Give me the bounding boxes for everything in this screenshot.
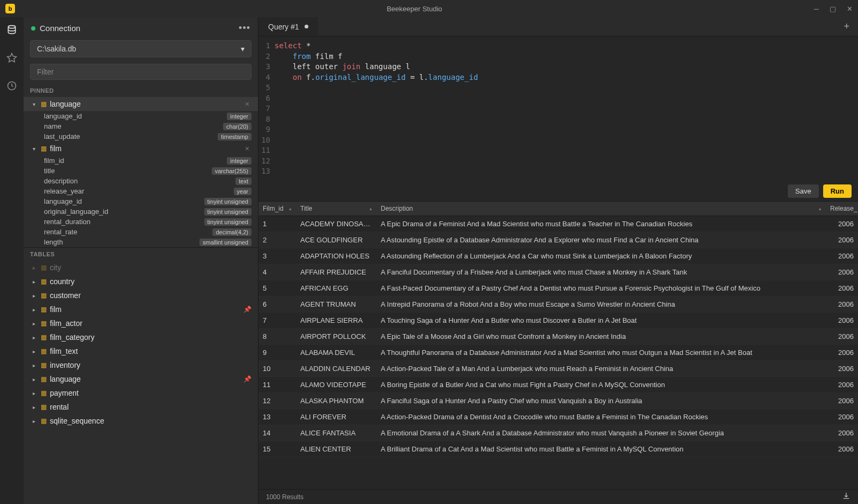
- chevron-right-icon: [30, 335, 38, 340]
- minimize-button[interactable]: ─: [814, 5, 819, 13]
- tables-list: ▦city▦country▦customer▦film📌▦film_actor▦…: [24, 261, 258, 504]
- column-row[interactable]: last_updatetimestamp: [24, 131, 258, 142]
- table-row[interactable]: 9ALABAMA DEVILA Thoughtful Panorama of a…: [258, 345, 858, 361]
- column-row[interactable]: titlevarchar(255): [24, 166, 258, 176]
- column-row[interactable]: descriptiontext: [24, 176, 258, 186]
- table-row[interactable]: 6AGENT TRUMANA Intrepid Panorama of a Ro…: [258, 297, 858, 313]
- save-button[interactable]: Save: [788, 184, 819, 198]
- table-row[interactable]: 10ALADDIN CALENDARA Action-Packed Tale o…: [258, 361, 858, 377]
- results-header: Film_id▴ Title▴ Description▴ Release_: [258, 201, 858, 216]
- star-icon[interactable]: [6, 53, 17, 65]
- column-row[interactable]: language_idtinyint unsigned: [24, 196, 258, 206]
- table-icon: ▦: [41, 306, 47, 313]
- tab-query-1[interactable]: Query #1: [258, 17, 318, 36]
- table-film_category[interactable]: ▦film_category: [24, 330, 258, 344]
- chevron-down-icon: [30, 101, 38, 107]
- column-row[interactable]: rental_ratedecimal(4,2): [24, 227, 258, 237]
- chevron-right-icon: [30, 376, 38, 382]
- code-content: select * from film f left outer join lan…: [275, 41, 858, 177]
- column-row[interactable]: rental_durationtinyint unsigned: [24, 217, 258, 227]
- new-tab-button[interactable]: +: [835, 21, 858, 32]
- column-row[interactable]: lengthsmallint unsigned: [24, 237, 258, 247]
- caret-down-icon: ▾: [241, 45, 245, 53]
- table-row[interactable]: 5AFRICAN EGGA Fast-Paced Documentary of …: [258, 280, 858, 297]
- table-icon: ▦: [41, 389, 47, 397]
- pin-icon[interactable]: 📌: [243, 375, 252, 383]
- table-language[interactable]: ▦language📌: [24, 372, 258, 386]
- pinned-table-language[interactable]: ▦language×: [24, 97, 258, 111]
- chevron-right-icon: [30, 418, 38, 424]
- column-row[interactable]: original_language_idtinyint unsigned: [24, 206, 258, 217]
- table-customer[interactable]: ▦customer: [24, 288, 258, 302]
- table-city[interactable]: ▦city: [24, 261, 258, 275]
- table-row[interactable]: 4AFFAIR PREJUDICEA Fanciful Documentary …: [258, 264, 858, 280]
- unpin-icon[interactable]: ×: [243, 144, 252, 153]
- unpin-icon[interactable]: ×: [243, 100, 252, 108]
- dirty-dot-icon: [305, 25, 308, 28]
- table-icon: ▦: [41, 333, 47, 341]
- table-row[interactable]: 14ALICE FANTASIAA Emotional Drama of a A…: [258, 425, 858, 441]
- table-rental[interactable]: ▦rental: [24, 400, 258, 414]
- column-row[interactable]: film_idinteger: [24, 155, 258, 166]
- chevron-right-icon: [30, 390, 38, 396]
- maximize-button[interactable]: ▢: [830, 5, 836, 13]
- table-film[interactable]: ▦film📌: [24, 302, 258, 316]
- table-film_text[interactable]: ▦film_text: [24, 344, 258, 358]
- results-body[interactable]: 1ACADEMY DINOSAURA Epic Drama of a Femin…: [258, 216, 858, 490]
- table-row[interactable]: 12ALASKA PHANTOMA Fanciful Saga of a Hun…: [258, 393, 858, 409]
- table-row[interactable]: 3ADAPTATION HOLESA Astounding Reflection…: [258, 248, 858, 264]
- table-row[interactable]: 7AIRPLANE SIERRAA Touching Saga of a Hun…: [258, 313, 858, 329]
- tables-header: TABLES: [24, 247, 258, 261]
- sql-editor[interactable]: 12345678910111213 select * from film f l…: [258, 36, 858, 181]
- titlebar: b Beekeeper Studio ─ ▢ ✕: [0, 0, 858, 17]
- run-button[interactable]: Run: [823, 184, 852, 198]
- table-row[interactable]: 2ACE GOLDFINGERA Astounding Epistle of a…: [258, 232, 858, 248]
- history-icon[interactable]: [6, 80, 17, 93]
- table-payment[interactable]: ▦payment: [24, 386, 258, 400]
- chevron-right-icon: [30, 404, 38, 410]
- table-inventory[interactable]: ▦inventory: [24, 358, 258, 372]
- chevron-right-icon: [30, 362, 38, 368]
- connection-label[interactable]: Connection: [31, 24, 80, 33]
- table-icon: ▦: [41, 417, 47, 425]
- chevron-right-icon: [30, 349, 38, 354]
- column-header-release[interactable]: Release_: [826, 202, 858, 216]
- table-row[interactable]: 11ALAMO VIDEOTAPEA Boring Epistle of a B…: [258, 377, 858, 393]
- pinned-table-film[interactable]: ▦film×: [24, 142, 258, 155]
- svg-marker-1: [8, 54, 17, 62]
- status-bar: 1000 Results: [258, 489, 858, 504]
- column-row[interactable]: language_idinteger: [24, 111, 258, 121]
- table-row[interactable]: 1ACADEMY DINOSAURA Epic Drama of a Femin…: [258, 216, 858, 232]
- results-panel: Film_id▴ Title▴ Description▴ Release_ 1A…: [258, 201, 858, 505]
- content-area: Query #1 + 12345678910111213 select * fr…: [258, 17, 858, 504]
- table-country[interactable]: ▦country: [24, 275, 258, 288]
- line-gutter: 12345678910111213: [258, 41, 275, 177]
- svg-point-0: [8, 26, 15, 28]
- column-header-film-id[interactable]: Film_id▴: [258, 202, 296, 216]
- tab-label: Query #1: [268, 23, 299, 31]
- column-row[interactable]: release_yearyear: [24, 186, 258, 196]
- connection-menu-icon[interactable]: •••: [239, 23, 250, 34]
- table-sqlite_sequence[interactable]: ▦sqlite_sequence: [24, 414, 258, 428]
- database-icon[interactable]: [6, 25, 17, 38]
- column-header-title[interactable]: Title▴: [296, 202, 376, 216]
- column-row[interactable]: namechar(20): [24, 121, 258, 131]
- table-icon: ▦: [41, 292, 47, 299]
- chevron-right-icon: [30, 293, 38, 299]
- pin-icon[interactable]: 📌: [243, 306, 252, 313]
- table-row[interactable]: 15ALIEN CENTERA Brilliant Drama of a Cat…: [258, 441, 858, 457]
- table-row[interactable]: 13ALI FOREVERA Action-Packed Drama of a …: [258, 409, 858, 425]
- download-icon[interactable]: [842, 492, 850, 502]
- sort-icon: ▴: [819, 206, 822, 211]
- database-select[interactable]: C:\sakila.db ▾: [30, 40, 252, 57]
- close-button[interactable]: ✕: [847, 5, 853, 13]
- table-icon: ▦: [41, 320, 47, 327]
- column-header-description[interactable]: Description▴: [376, 202, 826, 216]
- status-dot-icon: [31, 26, 35, 31]
- table-film_actor[interactable]: ▦film_actor: [24, 316, 258, 330]
- table-row[interactable]: 8AIRPORT POLLOCKA Epic Tale of a Moose A…: [258, 329, 858, 345]
- filter-input[interactable]: [30, 64, 252, 80]
- pinned-list: ▦language×language_idintegernamechar(20)…: [24, 97, 258, 247]
- sort-icon: ▴: [289, 206, 292, 211]
- tab-bar: Query #1 +: [258, 17, 858, 36]
